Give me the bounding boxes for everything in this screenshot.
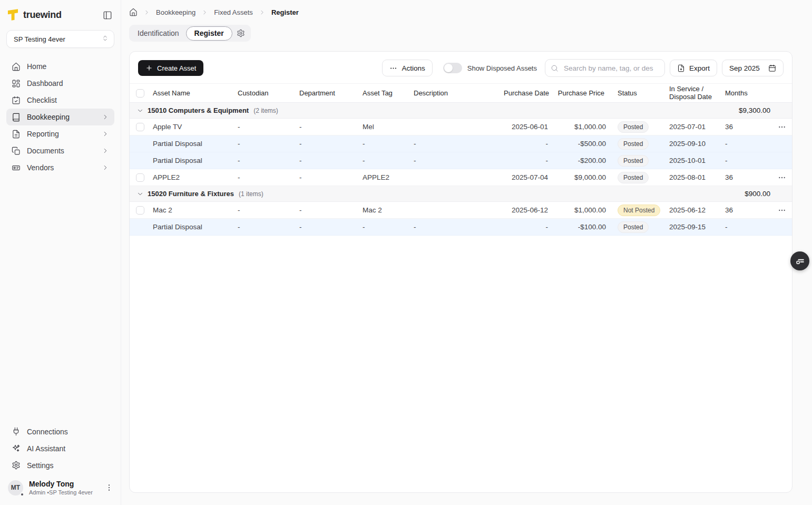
chevron-right-icon bbox=[102, 130, 109, 138]
user-profile[interactable]: MT Melody Tong Admin •SP Testing 4ever bbox=[0, 474, 121, 505]
table-row[interactable]: Apple TV - - Mel 2025-06-01 $1,000.00 Po… bbox=[130, 119, 792, 135]
sidebar-item-vendors[interactable]: Vendors bbox=[6, 159, 114, 176]
table-row-partial-disposal[interactable]: Partial Disposal - - - - - -$200.00 Post… bbox=[130, 152, 792, 169]
sidebar-item-dashboard[interactable]: Dashboard bbox=[6, 75, 114, 92]
cell-asset-tag: APPLE2 bbox=[358, 173, 409, 181]
column-header-in-service: In Service / Disposal Date bbox=[665, 85, 722, 101]
cell-purchase-price: -$200.00 bbox=[550, 157, 606, 164]
cell-purchase-price: -$500.00 bbox=[550, 140, 606, 148]
sidebar-item-connections[interactable]: Connections bbox=[6, 423, 114, 440]
show-disposed-toggle[interactable] bbox=[443, 63, 462, 73]
user-menu-icon[interactable] bbox=[105, 483, 113, 492]
plus-icon bbox=[145, 64, 153, 72]
cell-in-service: 2025-07-01 bbox=[665, 123, 722, 131]
cell-in-service: 2025-06-12 bbox=[665, 206, 722, 214]
row-actions-button[interactable] bbox=[771, 173, 792, 182]
table-row[interactable]: Mac 2 - - Mac 2 2025-06-12 $1,000.00 Not… bbox=[130, 202, 792, 219]
feedback-widget-icon bbox=[795, 256, 805, 266]
sidebar-item-reporting[interactable]: Reporting bbox=[6, 125, 114, 142]
ellipsis-icon bbox=[778, 206, 786, 215]
row-checkbox-cell bbox=[130, 206, 149, 215]
group-row-15020[interactable]: 15020 Furniture & Fixtures (1 items) $90… bbox=[130, 186, 792, 202]
cell-months: 36 bbox=[722, 173, 771, 181]
cell-purchase-price: -$100.00 bbox=[550, 223, 606, 231]
status-badge: Posted bbox=[618, 121, 649, 133]
breadcrumb: Bookkeeping Fixed Assets Register bbox=[129, 0, 793, 18]
brand-name: truewind bbox=[23, 9, 98, 21]
sidebar-item-settings[interactable]: Settings bbox=[6, 457, 114, 474]
row-checkbox[interactable] bbox=[136, 173, 144, 182]
column-header-asset-tag: Asset Tag bbox=[358, 89, 409, 97]
sidebar-item-checklist[interactable]: Checklist bbox=[6, 92, 114, 109]
cell-in-service: 2025-10-01 bbox=[665, 157, 722, 164]
row-actions-button[interactable] bbox=[771, 206, 792, 215]
avatar-initials: MT bbox=[11, 484, 20, 491]
cell-custodian: - bbox=[233, 206, 295, 214]
sidebar-item-documents[interactable]: Documents bbox=[6, 142, 114, 159]
cell-asset-name: Mac 2 bbox=[149, 206, 233, 214]
cell-department: - bbox=[295, 123, 358, 131]
cell-asset-name: Apple TV bbox=[149, 123, 233, 131]
ai-assistant-icon bbox=[12, 444, 21, 453]
chevron-right-icon bbox=[102, 113, 109, 121]
show-disposed-control: Show Disposed Assets bbox=[443, 63, 537, 73]
cell-custodian: - bbox=[233, 223, 295, 231]
cell-department: - bbox=[295, 206, 358, 214]
workspace-selector[interactable]: SP Testing 4ever bbox=[6, 30, 114, 48]
user-info: Melody Tong Admin •SP Testing 4ever bbox=[29, 480, 93, 496]
truewind-logo-icon bbox=[7, 9, 18, 21]
cell-months: - bbox=[722, 157, 771, 164]
user-name: Melody Tong bbox=[29, 480, 93, 488]
row-checkbox[interactable] bbox=[136, 123, 144, 131]
create-asset-button[interactable]: Create Asset bbox=[138, 60, 203, 76]
app-root: truewind SP Testing 4ever Home Dashboard… bbox=[0, 0, 812, 505]
sidebar-item-ai-assistant[interactable]: AI Assistant bbox=[6, 440, 114, 457]
register-settings-icon[interactable] bbox=[232, 29, 249, 37]
sidebar-item-bookkeeping[interactable]: Bookkeeping bbox=[6, 109, 114, 125]
actions-button[interactable]: Actions bbox=[382, 60, 432, 76]
group-total: $900.00 bbox=[745, 190, 792, 198]
avatar: MT bbox=[8, 480, 23, 496]
chevron-right-icon bbox=[102, 164, 109, 171]
toggle-knob bbox=[444, 64, 453, 72]
row-checkbox-cell bbox=[130, 123, 149, 131]
group-name: 15010 Computers & Equipment bbox=[148, 106, 249, 114]
chevron-right-icon bbox=[259, 9, 266, 16]
bookkeeping-icon bbox=[12, 113, 21, 122]
row-checkbox[interactable] bbox=[136, 206, 144, 215]
sidebar-collapse-icon[interactable] bbox=[103, 11, 112, 20]
table-row-partial-disposal[interactable]: Partial Disposal - - - - - -$500.00 Post… bbox=[130, 135, 792, 152]
home-icon[interactable] bbox=[129, 8, 138, 16]
select-all-checkbox[interactable] bbox=[136, 89, 144, 98]
search-input[interactable] bbox=[563, 64, 659, 73]
calendar-icon bbox=[768, 64, 776, 72]
column-header-asset-name: Asset Name bbox=[149, 89, 233, 97]
card-toolbar: Create Asset Actions Show Disposed Asset… bbox=[130, 52, 792, 83]
cell-in-service: 2025-09-15 bbox=[665, 223, 722, 231]
export-button[interactable]: Export bbox=[670, 60, 717, 76]
group-total: $9,300.00 bbox=[739, 106, 792, 114]
sidebar-spacer bbox=[0, 176, 121, 414]
sidebar-item-label: Connections bbox=[27, 428, 68, 436]
breadcrumb-fixed-assets[interactable]: Fixed Assets bbox=[214, 8, 253, 16]
table-row-partial-disposal[interactable]: Partial Disposal - - - - - -$100.00 Post… bbox=[130, 219, 792, 236]
table-header-row: Asset Name Custodian Department Asset Ta… bbox=[130, 83, 792, 103]
cell-status: Posted bbox=[606, 121, 665, 133]
breadcrumb-bookkeeping[interactable]: Bookkeeping bbox=[156, 8, 195, 16]
sidebar-item-label: Home bbox=[27, 62, 46, 71]
chevron-down-icon[interactable] bbox=[130, 190, 148, 198]
cell-description: - bbox=[409, 140, 500, 148]
cell-months: - bbox=[722, 140, 771, 148]
feedback-widget-button[interactable] bbox=[790, 251, 809, 270]
tab-identification[interactable]: Identification bbox=[131, 29, 186, 37]
group-row-15010[interactable]: 15010 Computers & Equipment (2 items) $9… bbox=[130, 103, 792, 119]
period-selector-button[interactable]: Sep 2025 bbox=[722, 60, 784, 76]
connections-icon bbox=[12, 427, 21, 436]
cell-custodian: - bbox=[233, 140, 295, 148]
sidebar-item-home[interactable]: Home bbox=[6, 58, 114, 75]
status-badge: Posted bbox=[618, 138, 649, 150]
table-row[interactable]: APPLE2 - - APPLE2 2025-07-04 $9,000.00 P… bbox=[130, 169, 792, 186]
row-actions-button[interactable] bbox=[771, 123, 792, 131]
chevron-down-icon[interactable] bbox=[130, 107, 148, 114]
tab-register[interactable]: Register bbox=[186, 26, 232, 41]
